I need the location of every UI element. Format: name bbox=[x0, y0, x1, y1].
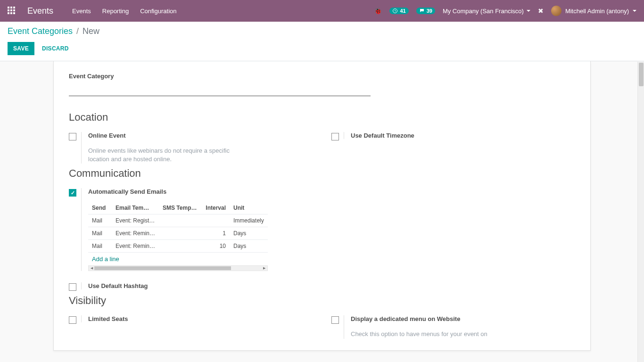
scroll-thumb[interactable] bbox=[639, 63, 644, 86]
menu-reporting[interactable]: Reporting bbox=[102, 8, 129, 15]
col-email-template[interactable]: Email Tem… bbox=[112, 202, 159, 214]
email-schedule-table: Send Email Tem… SMS Temp… Interval Unit … bbox=[88, 202, 268, 252]
scroll-right-icon[interactable]: ▶ bbox=[262, 266, 267, 271]
control-panel: Event Categories / New SAVE DISCARD bbox=[0, 22, 644, 61]
default-hashtag-label: Use Default Hashtag bbox=[88, 282, 148, 289]
col-unit[interactable]: Unit bbox=[230, 202, 268, 214]
online-event-checkbox[interactable] bbox=[69, 133, 76, 140]
limited-seats-checkbox[interactable] bbox=[69, 316, 76, 324]
table-row[interactable]: Mail Event: Remin… 1 Days bbox=[88, 227, 268, 240]
dedicated-menu-label: Display a dedicated menu on Website bbox=[351, 315, 487, 322]
messages-count: 39 bbox=[427, 8, 432, 14]
breadcrumb-current: New bbox=[83, 26, 99, 36]
user-name: Mitchell Admin (antony) bbox=[565, 8, 629, 15]
online-event-label: Online Event bbox=[88, 132, 239, 139]
auto-send-emails-label: Automatically Send Emails bbox=[88, 188, 268, 195]
default-timezone-checkbox[interactable] bbox=[331, 133, 339, 140]
table-row[interactable]: Mail Event: Remin… 10 Days bbox=[88, 240, 268, 253]
dedicated-menu-desc: Check this option to have menus for your… bbox=[351, 330, 487, 338]
systray: 🐞 41 39 My Company (San Francisco) ✖ Mit… bbox=[374, 6, 636, 16]
company-name: My Company (San Francisco) bbox=[443, 8, 524, 15]
category-name-input[interactable] bbox=[69, 82, 371, 96]
bug-icon[interactable]: 🐞 bbox=[374, 7, 382, 15]
discard-button[interactable]: DISCARD bbox=[40, 42, 71, 55]
auto-send-emails-checkbox[interactable] bbox=[69, 189, 76, 197]
developer-tools-icon[interactable]: ✖ bbox=[538, 7, 544, 15]
breadcrumb-sep: / bbox=[76, 26, 79, 36]
online-event-desc: Online events like webinars do not requi… bbox=[88, 147, 239, 164]
company-switcher[interactable]: My Company (San Francisco) bbox=[443, 8, 530, 15]
messages-badge[interactable]: 39 bbox=[416, 8, 435, 14]
section-communication: Communication bbox=[69, 167, 575, 180]
form-scroll[interactable]: Event Category Location Online Event Onl… bbox=[0, 61, 644, 362]
form-sheet: Event Category Location Online Event Onl… bbox=[53, 61, 591, 351]
default-hashtag-checkbox[interactable] bbox=[69, 283, 76, 291]
add-line-link[interactable]: Add a line bbox=[88, 252, 268, 265]
category-label: Event Category bbox=[69, 73, 575, 80]
apps-icon[interactable] bbox=[8, 7, 16, 15]
save-button[interactable]: SAVE bbox=[8, 42, 34, 55]
table-row[interactable]: Mail Event: Regist… Immediately bbox=[88, 214, 268, 227]
limited-seats-label: Limited Seats bbox=[88, 315, 128, 322]
menu-events[interactable]: Events bbox=[72, 8, 91, 15]
section-location: Location bbox=[69, 111, 575, 123]
activities-badge[interactable]: 41 bbox=[389, 8, 408, 14]
col-send[interactable]: Send bbox=[88, 202, 112, 214]
menu-configuration[interactable]: Configuration bbox=[140, 8, 176, 15]
clock-icon bbox=[392, 8, 398, 14]
chevron-down-icon bbox=[527, 10, 530, 12]
scroll-left-icon[interactable]: ◀ bbox=[89, 266, 94, 271]
breadcrumb: Event Categories / New bbox=[8, 26, 636, 36]
default-timezone-label: Use Default Timezone bbox=[351, 132, 414, 139]
breadcrumb-root[interactable]: Event Categories bbox=[8, 26, 73, 36]
top-nav: Events Events Reporting Configuration 🐞 … bbox=[0, 0, 644, 22]
app-brand[interactable]: Events bbox=[27, 6, 53, 16]
chevron-down-icon bbox=[633, 10, 636, 12]
horizontal-scrollbar[interactable]: ◀ ▶ bbox=[88, 265, 268, 271]
main-menus: Events Reporting Configuration bbox=[72, 8, 176, 15]
col-sms-template[interactable]: SMS Temp… bbox=[159, 202, 201, 214]
col-interval[interactable]: Interval bbox=[201, 202, 230, 214]
chat-icon bbox=[419, 8, 425, 14]
avatar bbox=[551, 6, 561, 16]
section-visibility: Visibility bbox=[69, 295, 575, 307]
activities-count: 41 bbox=[400, 8, 405, 14]
scroll-thumb[interactable] bbox=[94, 266, 231, 270]
dedicated-menu-checkbox[interactable] bbox=[331, 316, 339, 324]
page-scrollbar[interactable] bbox=[637, 62, 644, 362]
user-menu[interactable]: Mitchell Admin (antony) bbox=[551, 6, 636, 16]
